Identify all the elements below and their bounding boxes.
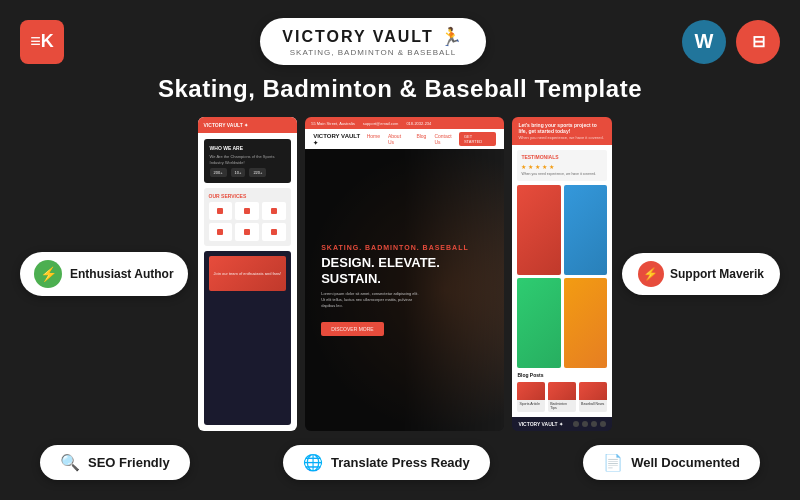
translate-label: Translate Press Ready [331, 455, 470, 470]
nav-item-contact: Contact Us [434, 133, 459, 145]
center-topbar: 55 Main Street, Australia support@email.… [305, 117, 504, 129]
blog-posts-title: Blog Posts [517, 372, 607, 378]
star-4: ★ [542, 163, 547, 170]
who-we-are-section: WHO WE ARE We Are the Champions of the S… [204, 139, 292, 183]
footer-image-text: Join our team of enthusiasts and fans! [214, 271, 282, 276]
support-maverik-badge: ⚡ Support Maverik [622, 253, 780, 295]
who-we-are-title: WHO WE ARE [210, 145, 286, 151]
support-badge-icon: ⚡ [638, 261, 664, 287]
top-bar: ≡K VICTORY VAULT 🏃 SKATING, BADMINTON & … [20, 18, 780, 65]
translate-icon: 🌐 [303, 453, 323, 472]
right-footer-logo: VICTORY VAULT ✦ [518, 421, 563, 427]
grid-item-5 [235, 223, 259, 241]
seo-label: SEO Friendly [88, 455, 170, 470]
blog-post-1: Sports Article [517, 382, 545, 412]
star-3: ★ [535, 163, 540, 170]
hero-main-title: DESIGN. ELEVATE. SUSTAIN. [321, 255, 488, 286]
hero-content: SKATING. BADMINTON. BASEBALL DESIGN. ELE… [321, 244, 488, 336]
center-logo-subtitle: SKATING, BADMINTON & BASEBALL [290, 48, 457, 57]
topbar-email: support@email.com [363, 121, 399, 126]
hero-sport-title: SKATING. BADMINTON. BASEBALL [321, 244, 488, 251]
topbar-phone: 018-2032-234 [406, 121, 431, 126]
services-title: OUR SERVICES [209, 193, 287, 199]
blog-posts-grid: Sports Article Badminton Tips Baseball N… [517, 382, 607, 412]
author-badge-label: Enthusiast Author [70, 267, 174, 281]
seo-icon: 🔍 [60, 453, 80, 472]
blog-post-3: Baseball News [579, 382, 607, 412]
envato-logo: ≡K [20, 20, 64, 64]
left-preview-card: VICTORY VAULT ✦ WHO WE ARE We Are the Ch… [198, 117, 298, 431]
grid-item-3 [262, 202, 286, 220]
page-wrapper: ≡K VICTORY VAULT 🏃 SKATING, BADMINTON & … [0, 0, 800, 500]
blog-img-2 [548, 382, 576, 400]
nav-logo: VICTORY VAULT ✦ [313, 133, 366, 146]
center-preview-card: 55 Main Street, Australia support@email.… [305, 117, 504, 431]
star-2: ★ [528, 163, 533, 170]
left-preview-body: WHO WE ARE We Are the Champions of the S… [198, 133, 298, 431]
left-preview-logo: VICTORY VAULT ✦ [204, 122, 249, 128]
stat-2: 10+ [231, 168, 246, 177]
well-documented-badge: 📄 Well Documented [583, 445, 760, 480]
nav-item-blog: Blog [416, 133, 426, 145]
support-badge-label: Support Maverik [670, 267, 764, 281]
right-icons: W ⊟ [682, 20, 780, 64]
blog-text-1: Sports Article [517, 400, 545, 408]
translate-press-badge: 🌐 Translate Press Ready [283, 445, 490, 480]
documented-label: Well Documented [631, 455, 740, 470]
nav-cta-button: GET STARTED [459, 132, 496, 146]
stat-1: 200+ [210, 168, 227, 177]
footer-section: Join our team of enthusiasts and fans! [204, 251, 292, 425]
star-5: ★ [549, 163, 554, 170]
left-preview-header: VICTORY VAULT ✦ [198, 117, 298, 133]
right-images-grid [517, 185, 607, 368]
who-we-are-text: We Are the Champions of the Sports Indus… [210, 154, 286, 165]
grid-item-6 [262, 223, 286, 241]
center-logo-title: VICTORY VAULT 🏃 [282, 26, 463, 48]
blog-img-3 [579, 382, 607, 400]
right-footer: VICTORY VAULT ✦ [512, 417, 612, 431]
testimonials-section: TESTIMONIALS ★ ★ ★ ★ ★ When you need exp… [517, 150, 607, 181]
star-row: ★ ★ ★ ★ ★ [521, 163, 603, 170]
center-preview-inner: 55 Main Street, Australia support@email.… [305, 117, 504, 431]
runner-icon: 🏃 [440, 26, 464, 48]
social-dot-3 [591, 421, 597, 427]
left-preview-inner: VICTORY VAULT ✦ WHO WE ARE We Are the Ch… [198, 117, 298, 431]
right-preview-card: Let's bring your sports project to life,… [512, 117, 612, 431]
previews-area: VICTORY VAULT ✦ WHO WE ARE We Are the Ch… [198, 117, 612, 431]
right-img-2 [564, 185, 607, 275]
footer-image: Join our team of enthusiasts and fans! [209, 256, 287, 291]
bottom-badges: 🔍 SEO Friendly 🌐 Translate Press Ready 📄… [20, 445, 780, 480]
hero-section: SKATING. BADMINTON. BASEBALL DESIGN. ELE… [305, 149, 504, 431]
right-preview-inner: Let's bring your sports project to life,… [512, 117, 612, 431]
nav-items: Home About Us Blog Contact Us [367, 133, 459, 145]
blog-post-2: Badminton Tips [548, 382, 576, 412]
social-dot-4 [600, 421, 606, 427]
social-dot-2 [582, 421, 588, 427]
seo-friendly-badge: 🔍 SEO Friendly [40, 445, 190, 480]
grid-item-2 [235, 202, 259, 220]
social-dot-1 [573, 421, 579, 427]
wordpress-icon: W [682, 20, 726, 64]
blog-text-3: Baseball News [579, 400, 607, 408]
right-img-1 [517, 185, 560, 275]
hero-description: Lorem ipsum dolor sit amet, consectetur … [321, 291, 421, 309]
enthusiast-author-badge: ⚡ Enthusiast Author [20, 252, 188, 296]
topbar-address: 55 Main Street, Australia [311, 121, 355, 126]
right-header-title: Let's bring your sports project to life,… [518, 122, 606, 134]
elementor-icon: ⊟ [736, 20, 780, 64]
stats-row: 200+ 10+ 220+ [210, 168, 286, 177]
center-nav: VICTORY VAULT ✦ Home About Us Blog Conta… [305, 129, 504, 149]
right-img-4 [564, 278, 607, 368]
right-preview-body: TESTIMONIALS ★ ★ ★ ★ ★ When you need exp… [512, 145, 612, 417]
topbar-info: 55 Main Street, Australia support@email.… [311, 121, 431, 126]
nav-item-home: Home [367, 133, 380, 145]
left-badge-area: ⚡ Enthusiast Author [20, 117, 188, 431]
stat-3: 220+ [249, 168, 266, 177]
right-preview-header: Let's bring your sports project to life,… [512, 117, 612, 145]
grid-item-1 [209, 202, 233, 220]
grid-item-4 [209, 223, 233, 241]
blog-img-1 [517, 382, 545, 400]
right-header-sub: When you need experience, we have it cov… [518, 135, 606, 140]
testimonial-text: When you need experience, we have it cov… [521, 172, 603, 177]
services-grid [209, 202, 287, 241]
